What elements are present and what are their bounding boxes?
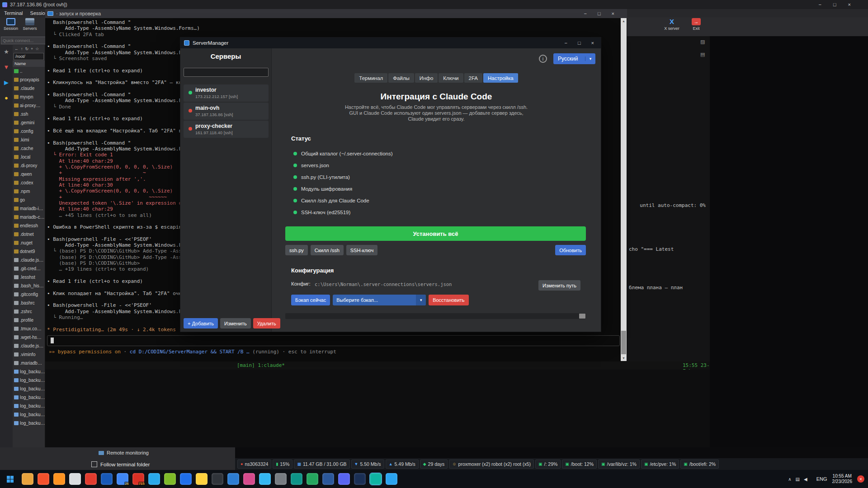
- file-tree-item[interactable]: .git-cred…: [13, 264, 45, 273]
- remote-monitoring-toggle[interactable]: Remote monitoring: [99, 450, 149, 455]
- taskbar-app-icon[interactable]: [180, 473, 192, 485]
- server-search-input[interactable]: [184, 68, 269, 77]
- file-tree-item[interactable]: .bashrc: [13, 299, 45, 307]
- tab-инфо[interactable]: Инфо: [415, 73, 438, 83]
- sm-close-icon[interactable]: ×: [591, 40, 594, 46]
- file-tree-item[interactable]: log_backu…: [13, 410, 45, 419]
- edit-server-button[interactable]: Изменить: [220, 318, 251, 328]
- scroll-up-icon[interactable]: ▲: [621, 18, 627, 24]
- taskbar-app-icon[interactable]: [338, 473, 350, 485]
- file-tree-item[interactable]: ..: [13, 67, 45, 75]
- sm-minimize-icon[interactable]: −: [564, 40, 567, 46]
- toolbar-xserver-button[interactable]: XX server: [663, 18, 681, 31]
- taskbar-app-icon[interactable]: [227, 473, 239, 485]
- file-nav-icon[interactable]: ☆: [35, 47, 39, 51]
- file-tree-item[interactable]: log_backu…: [13, 385, 45, 393]
- file-tree-item[interactable]: .mariadb…: [13, 359, 45, 367]
- servermanager-titlebar[interactable]: ServerManager − □ ×: [180, 38, 601, 48]
- taskbar-app-icon[interactable]: [38, 473, 49, 485]
- name-column-header[interactable]: Name: [13, 61, 45, 67]
- file-tree-item[interactable]: endlessh: [13, 221, 45, 230]
- quick-connect-input[interactable]: [1, 37, 46, 44]
- menu-item-terminal[interactable]: Terminal: [4, 10, 23, 16]
- file-tree-item[interactable]: .npm: [13, 187, 45, 196]
- tab-2fa[interactable]: 2FA: [464, 73, 482, 83]
- edge-pen-icon[interactable]: ▨: [700, 39, 705, 45]
- file-nav-icon[interactable]: +: [31, 47, 33, 51]
- notification-icon[interactable]: ×: [857, 475, 864, 483]
- terminal-close-icon[interactable]: ×: [612, 11, 614, 16]
- file-tree-item[interactable]: .viminfo: [13, 350, 45, 359]
- taskbar-app-icon[interactable]: [212, 473, 223, 485]
- taskbar-app-icon[interactable]: [196, 473, 208, 485]
- file-tree-item[interactable]: mariadb-c…: [13, 213, 45, 221]
- add-server-button[interactable]: + Добавить: [184, 318, 218, 328]
- tab-терминал[interactable]: Терминал: [354, 73, 387, 83]
- file-tree-item[interactable]: .profile: [13, 316, 45, 324]
- taskbar-app-icon[interactable]: [53, 473, 65, 485]
- file-tree-item[interactable]: .tmux.co…: [13, 324, 45, 333]
- horizontal-scrollbar[interactable]: [285, 313, 586, 319]
- backup-now-button[interactable]: Бэкап сейчас: [291, 295, 330, 305]
- toolbar-servers-button[interactable]: Servers: [21, 18, 39, 31]
- taskbar-app-icon[interactable]: [322, 473, 334, 485]
- checkbox-icon[interactable]: [91, 461, 97, 467]
- file-tree-item[interactable]: mariadb-i…: [13, 204, 45, 213]
- tab-ключи[interactable]: Ключи: [439, 73, 463, 83]
- file-tree-item[interactable]: dotnet9: [13, 247, 45, 256]
- info-icon[interactable]: i: [539, 55, 547, 63]
- component-button[interactable]: SSH-ключ: [346, 245, 377, 255]
- close-icon[interactable]: ×: [848, 2, 851, 7]
- taskbar-app-icon[interactable]: [370, 473, 382, 485]
- scrollbar-thumb[interactable]: [621, 331, 626, 354]
- maximize-icon[interactable]: □: [833, 2, 836, 7]
- claude-input-box[interactable]: [47, 335, 620, 346]
- file-tree-item[interactable]: go: [13, 196, 45, 204]
- file-tree-item[interactable]: .claude.js…: [13, 256, 45, 264]
- taskbar-app-icon[interactable]: 26: [117, 473, 128, 485]
- send-icon[interactable]: ▶: [4, 80, 9, 86]
- file-tree-item[interactable]: .kimi: [13, 136, 45, 144]
- file-tree-item[interactable]: .dotnet: [13, 230, 45, 239]
- component-button[interactable]: Скилл /ssh: [311, 245, 344, 255]
- change-path-button[interactable]: Изменить путь: [538, 280, 580, 291]
- file-nav-icon[interactable]: ←: [14, 47, 19, 51]
- file-tree-item[interactable]: .cache: [13, 144, 45, 153]
- server-list-item[interactable]: investor173.212.212.157 [ssh]: [184, 84, 269, 102]
- restore-button[interactable]: Восстановить: [429, 295, 468, 305]
- component-button[interactable]: ssh.py: [285, 245, 308, 255]
- file-tree-item[interactable]: .bash_his…: [13, 282, 45, 290]
- toolbar-exit-button[interactable]: →Exit: [687, 18, 705, 31]
- file-tree-item[interactable]: log_backu…: [13, 376, 45, 385]
- terminal-scrollbar[interactable]: ▲ ▼: [621, 18, 627, 361]
- refresh-button[interactable]: Обновить: [555, 245, 586, 255]
- terminal-maximize-icon[interactable]: □: [598, 11, 601, 16]
- scrollbar-thumb[interactable]: [579, 314, 585, 319]
- file-tree-item[interactable]: .gitconfig: [13, 290, 45, 299]
- file-tree-item[interactable]: .wget-hs…: [13, 333, 45, 342]
- taskbar-app-icon[interactable]: [22, 473, 33, 485]
- install-all-button[interactable]: Установить всё: [285, 226, 586, 241]
- file-tree-item[interactable]: .claude.js…: [13, 342, 45, 350]
- start-button[interactable]: [0, 470, 20, 488]
- file-tree-item[interactable]: .lesshst: [13, 273, 45, 282]
- server-list-item[interactable]: main-ovh37.187.136.86 [ssh]: [184, 103, 269, 120]
- tray-icon[interactable]: ∧: [788, 477, 791, 482]
- follow-terminal-folder-checkbox[interactable]: Follow terminal folder: [91, 461, 150, 467]
- toolbar-session-button[interactable]: Session: [2, 18, 20, 31]
- taskbar-app-icon[interactable]: [291, 473, 302, 485]
- edge-pad-icon[interactable]: ▤: [700, 52, 705, 57]
- taskbar-app-icon[interactable]: [275, 473, 287, 485]
- keyboard-language[interactable]: ENG: [816, 476, 827, 482]
- file-tree-item[interactable]: proxyapis: [13, 75, 45, 84]
- tab-файлы[interactable]: Файлы: [388, 73, 414, 83]
- file-tree-item[interactable]: ai-proxy…: [13, 101, 45, 110]
- file-nav-icon[interactable]: ↑: [21, 47, 23, 51]
- file-tree-item[interactable]: log_backu…: [13, 402, 45, 410]
- terminal-minimize-icon[interactable]: −: [584, 11, 586, 16]
- file-nav-icon[interactable]: ↻: [25, 47, 29, 51]
- taskbar-app-icon[interactable]: [69, 473, 81, 485]
- taskbar-app-icon[interactable]: [307, 473, 318, 485]
- star-icon[interactable]: ★: [4, 49, 9, 55]
- backup-select[interactable]: Выберите бэкап... ▾: [333, 295, 426, 305]
